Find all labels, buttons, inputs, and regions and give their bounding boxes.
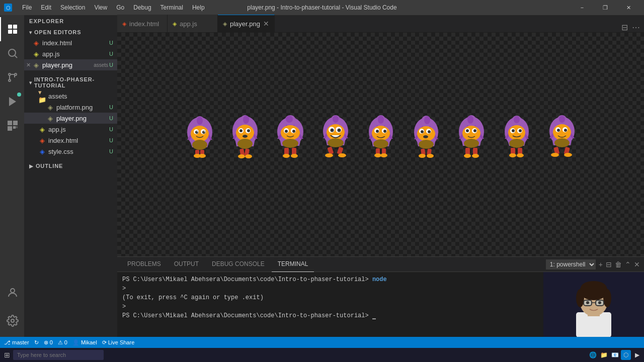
activity-settings[interactable] [0,309,24,333]
platform-png-file[interactable]: ◈ platform.png U [24,102,117,113]
terminal-tab-problems[interactable]: PROBLEMS [121,257,167,272]
terminal-actions: 1: powershell + ⊟ 🗑 ⌃ ✕ [546,259,640,269]
error-status[interactable]: ⊗ 0 [44,339,53,346]
terminal-tab-debug-console[interactable]: DEBUG CONSOLE [206,257,271,272]
svg-point-8 [9,79,11,81]
platform-png-icon: ◈ [46,103,54,111]
sync-icon: ↻ [34,339,39,346]
svg-point-85 [378,116,384,124]
index-html-file[interactable]: ◈ index.html U [24,135,117,146]
terminal-trash-button[interactable]: 🗑 [615,260,622,268]
taskbar-icon-1[interactable]: 🌐 [588,350,598,360]
png-file-icon: ◈ [32,61,40,69]
open-file-index-html[interactable]: ◈ index.html U [24,37,117,48]
terminal-split-button[interactable]: ⊟ [606,260,612,268]
terminal-tab-terminal[interactable]: TERMINAL [272,257,314,272]
warning-count: 0 [64,339,67,345]
terminal-max-button[interactable]: ⌃ [625,260,631,268]
tab-app-js[interactable]: ◈ app.js [168,15,218,32]
assets-folder-name: assets [48,93,117,100]
menu-edit[interactable]: Edit [37,3,55,12]
assets-folder[interactable]: ▾ 📁 assets [24,90,117,102]
activity-explorer[interactable] [0,17,24,41]
user-status[interactable]: 👤 Mikael [72,339,97,346]
more-actions-button[interactable]: ⋯ [632,23,640,32]
app-js-file[interactable]: ◈ app.js U [24,124,117,135]
svg-point-22 [197,117,203,125]
open-file-player-png[interactable]: ✕ ◈ player.png assets U [24,59,117,70]
taskbar-icons: 🌐 📁 📧 ⬡ ▶ [588,350,642,360]
svg-point-120 [466,129,469,132]
split-editor-button[interactable]: ⊟ [621,23,628,32]
svg-point-155 [551,153,559,157]
terminal-line-4: > [122,302,538,311]
taskbar-icon-2[interactable]: 📁 [599,350,609,360]
menu-selection[interactable]: Selection [56,3,89,12]
tab-player-png[interactable]: ◈ player.png ✕ [218,15,275,32]
terminal-shell-select[interactable]: 1: powershell [546,259,596,269]
svg-point-170 [586,301,589,304]
terminal-line-3: (To exit, press ^C again or type .exit) [122,293,538,302]
open-editors-header[interactable]: ▾ OPEN EDITORS [24,25,117,37]
style-css-icon: ◈ [38,147,46,155]
menu-go[interactable]: Go [112,3,128,12]
outline-header[interactable]: ▶ OUTLINE [24,159,117,171]
webcam-box [543,272,644,337]
svg-point-91 [373,139,388,148]
player-png-file[interactable]: ◈ player.png U [24,113,117,124]
terminal-add-button[interactable]: + [599,260,603,268]
warning-status[interactable]: ⚠ 0 [58,339,67,346]
tab-player-png-close[interactable]: ✕ [263,20,269,28]
app-icon: ⬡ [4,4,12,12]
svg-point-146 [559,116,565,123]
index-html-badge: U [109,137,113,143]
outline-chevron: ▶ [29,163,34,169]
tab-index-html[interactable]: ◈ index.html [117,15,168,32]
live-share-status[interactable]: ⟳ Live Share [102,339,135,346]
close-player-png-icon[interactable]: ✕ [26,62,31,68]
menu-help[interactable]: Help [188,3,209,12]
style-css-file[interactable]: ◈ style.css U [24,146,117,157]
menu-terminal[interactable]: Terminal [156,3,187,12]
terminal-close-button[interactable]: ✕ [634,260,640,268]
taskbar-icon-3[interactable]: 📧 [610,350,620,360]
activity-search[interactable] [0,41,24,65]
project-header[interactable]: ▾ INTRO-TO-PHASER-TUTORIAL [24,72,117,90]
terminal-content: PS C:\Users\Mikael Abehsera\Documents\co… [117,272,644,337]
close-button[interactable]: ✕ [617,0,640,15]
live-share-label: Live Share [108,339,135,345]
menu-file[interactable]: File [18,3,36,12]
activity-accounts[interactable] [0,281,24,305]
svg-point-60 [292,130,295,133]
html-file-icon: ◈ [32,39,40,47]
git-branch-status[interactable]: ⎇ master [4,339,29,346]
windows-start-button[interactable]: ⊞ [2,350,12,360]
svg-point-86 [372,126,390,141]
svg-point-49 [238,154,245,158]
menu-debug[interactable]: Debug [129,3,155,12]
svg-point-29 [204,131,205,132]
activity-source-control[interactable] [0,65,24,89]
open-file-index-html-name: index.html [42,39,109,47]
outline-label: OUTLINE [36,163,63,169]
open-file-app-js[interactable]: ◈ app.js U [24,48,117,59]
menu-bar: File Edit Selection View Go Debug Termin… [18,3,209,12]
open-file-index-html-badge: U [109,40,113,46]
svg-point-104 [421,130,424,133]
sync-status[interactable]: ↻ [34,339,39,346]
terminal-text[interactable]: PS C:\Users\Mikael Abehsera\Documents\co… [117,272,543,337]
warning-icon: ⚠ [58,339,63,346]
taskbar-icon-terminal[interactable]: ▶ [632,350,642,360]
svg-point-107 [419,140,434,149]
js-file-icon: ◈ [32,50,40,58]
taskbar-icon-vscode[interactable]: ⬡ [621,350,631,360]
svg-point-125 [464,154,471,158]
activity-debug[interactable] [0,89,24,114]
maximize-button[interactable]: ❐ [594,0,617,15]
minimize-button[interactable]: − [571,0,594,15]
activity-extensions[interactable] [0,114,24,138]
taskbar-search-input[interactable] [13,350,104,360]
svg-point-26 [195,131,198,134]
terminal-tab-output[interactable]: OUTPUT [168,257,205,272]
menu-view[interactable]: View [90,3,111,12]
